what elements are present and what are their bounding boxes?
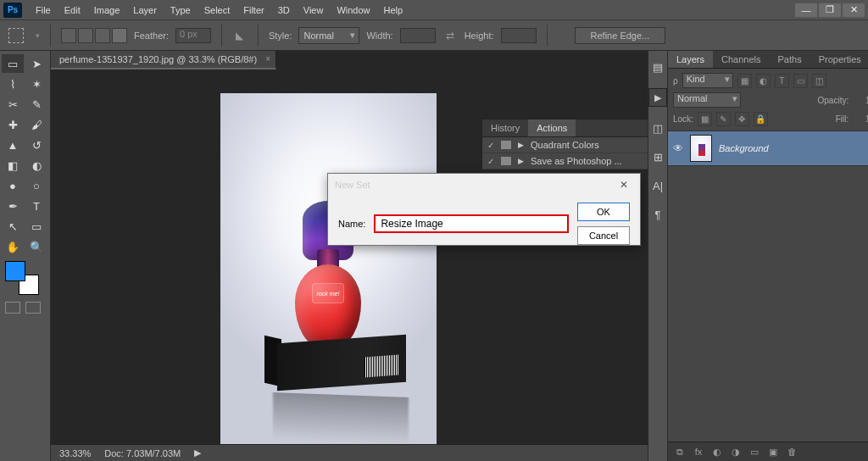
fill-value[interactable]: 100%	[853, 114, 868, 124]
crop-tool[interactable]: ✂	[2, 95, 24, 114]
gradient-tool[interactable]: ◐	[25, 156, 47, 175]
shape-tool[interactable]: ▭	[25, 217, 47, 236]
menu-select[interactable]: Select	[198, 5, 237, 15]
panel-icon[interactable]: ▤	[650, 59, 665, 75]
stamp-tool[interactable]: ▲	[2, 136, 24, 154]
height-input[interactable]	[501, 28, 537, 43]
width-input[interactable]	[400, 28, 436, 43]
action-item[interactable]: ✓ ▶ Save as Photoshop ...	[482, 153, 648, 169]
doc-size[interactable]: Doc: 7.03M/7.03M	[104, 448, 181, 458]
expand-icon[interactable]: ▶	[518, 141, 524, 149]
layer-style-icon[interactable]: fx	[692, 446, 705, 458]
character-panel-icon[interactable]: A|	[650, 178, 665, 193]
move-tool[interactable]: ➤	[25, 54, 47, 73]
swap-wh-icon[interactable]: ⇄	[442, 28, 458, 43]
filter-type-icon[interactable]: T	[775, 74, 789, 88]
dodge-tool[interactable]: ○	[25, 176, 47, 195]
layer-mask-icon[interactable]: ◐	[710, 446, 724, 458]
zoom-tool[interactable]: 🔍	[25, 237, 47, 256]
filter-adjust-icon[interactable]: ◐	[756, 74, 771, 88]
expand-icon[interactable]: ▶	[518, 157, 524, 165]
filter-shape-icon[interactable]: ▭	[793, 74, 808, 88]
new-layer-icon[interactable]: ▣	[766, 446, 780, 458]
lock-paint-icon[interactable]: ✎	[716, 112, 731, 126]
history-brush-tool[interactable]: ↺	[25, 136, 47, 154]
tab-layers[interactable]: Layers	[668, 51, 713, 68]
hand-tool[interactable]: ✋	[2, 237, 24, 256]
filter-pixel-icon[interactable]: ▦	[737, 74, 752, 88]
menu-file[interactable]: File	[29, 5, 58, 15]
screen-mode[interactable]	[25, 302, 41, 314]
lock-pixels-icon[interactable]: ▦	[698, 112, 712, 126]
adjustment-layer-icon[interactable]: ◑	[729, 446, 743, 458]
quick-mask[interactable]	[5, 302, 20, 314]
menu-view[interactable]: View	[297, 5, 331, 15]
menu-help[interactable]: Help	[377, 5, 410, 15]
filter-smart-icon[interactable]: ◫	[812, 74, 826, 88]
healing-tool[interactable]: ✚	[2, 115, 24, 134]
opacity-value[interactable]: 100%	[853, 96, 868, 105]
lock-all-icon[interactable]: 🔒	[754, 112, 768, 126]
type-tool[interactable]: T	[25, 197, 47, 215]
menu-layer[interactable]: Layer	[126, 5, 164, 15]
group-icon[interactable]: ▭	[748, 446, 761, 458]
window-minimize[interactable]: —	[795, 3, 817, 17]
window-maximize[interactable]: ❐	[819, 3, 841, 17]
refine-edge-button[interactable]: Refine Edge...	[575, 27, 666, 44]
style-select[interactable]: Normal	[298, 27, 359, 44]
path-select-tool[interactable]: ↖	[2, 217, 24, 236]
brush-tool[interactable]: 🖌	[25, 115, 47, 134]
layer-thumbnail[interactable]	[690, 135, 712, 162]
antialias-icon[interactable]: ◣	[232, 28, 248, 43]
marquee-tool[interactable]: ▭	[2, 54, 24, 73]
menu-type[interactable]: Type	[164, 5, 198, 15]
menu-edit[interactable]: Edit	[58, 5, 87, 15]
tab-properties[interactable]: Properties	[810, 51, 868, 68]
panel-icon[interactable]: ⊞	[650, 149, 665, 164]
feather-input[interactable]: 0 px	[175, 28, 211, 43]
selection-add[interactable]	[78, 28, 93, 43]
check-icon[interactable]: ✓	[487, 141, 494, 150]
layer-name[interactable]: Background	[719, 143, 769, 153]
trash-icon[interactable]: 🗑	[785, 446, 798, 458]
paragraph-panel-icon[interactable]: ¶	[650, 207, 665, 222]
filter-kind-select[interactable]: Kind	[682, 73, 733, 88]
foreground-color[interactable]	[5, 261, 25, 281]
check-icon[interactable]: ✓	[487, 157, 494, 166]
selection-intersect[interactable]	[112, 28, 127, 43]
canvas-area[interactable]: perfume-1351937_1920.jpg @ 33.3% (RGB/8#…	[51, 51, 648, 461]
action-item[interactable]: ✓ ▶ Quadrant Colors	[482, 137, 648, 153]
menu-image[interactable]: Image	[87, 5, 127, 15]
ok-button[interactable]: OK	[577, 203, 630, 221]
quick-select-tool[interactable]: ✶	[25, 75, 47, 93]
blur-tool[interactable]: ●	[2, 176, 24, 195]
visibility-icon[interactable]: 👁	[673, 142, 683, 154]
tab-paths[interactable]: Paths	[770, 51, 810, 68]
menu-window[interactable]: Window	[330, 5, 376, 15]
menu-filter[interactable]: Filter	[236, 5, 270, 15]
blend-mode-select[interactable]: Normal	[673, 92, 741, 108]
eyedropper-tool[interactable]: ✎	[25, 95, 47, 114]
lock-position-icon[interactable]: ✥	[735, 112, 749, 126]
document-image[interactable]: rock me!	[220, 93, 437, 458]
status-arrow-icon[interactable]: ▶	[194, 447, 201, 458]
pen-tool[interactable]: ✒	[2, 197, 24, 215]
menu-3d[interactable]: 3D	[271, 5, 297, 15]
window-close[interactable]: ✕	[843, 3, 865, 17]
lasso-tool[interactable]: ⌇	[2, 75, 24, 93]
tab-actions[interactable]: Actions	[528, 119, 576, 136]
zoom-level[interactable]: 33.33%	[59, 448, 91, 458]
document-tab[interactable]: perfume-1351937_1920.jpg @ 33.3% (RGB/8#…	[51, 51, 276, 69]
selection-subtract[interactable]	[95, 28, 110, 43]
tab-channels[interactable]: Channels	[713, 51, 769, 68]
name-input[interactable]	[374, 214, 569, 233]
dialog-close-icon[interactable]: ✕	[615, 177, 633, 192]
close-tab-icon[interactable]: ×	[265, 54, 270, 64]
link-layers-icon[interactable]: ⧉	[673, 446, 687, 458]
color-swatches[interactable]	[5, 261, 39, 295]
panel-icon[interactable]: ◫	[650, 120, 665, 136]
tab-history[interactable]: History	[482, 119, 528, 136]
layer-row[interactable]: 👁 Background 🔒	[668, 131, 868, 166]
selection-new[interactable]	[61, 28, 76, 43]
marquee-tool-icon[interactable]	[8, 28, 24, 43]
